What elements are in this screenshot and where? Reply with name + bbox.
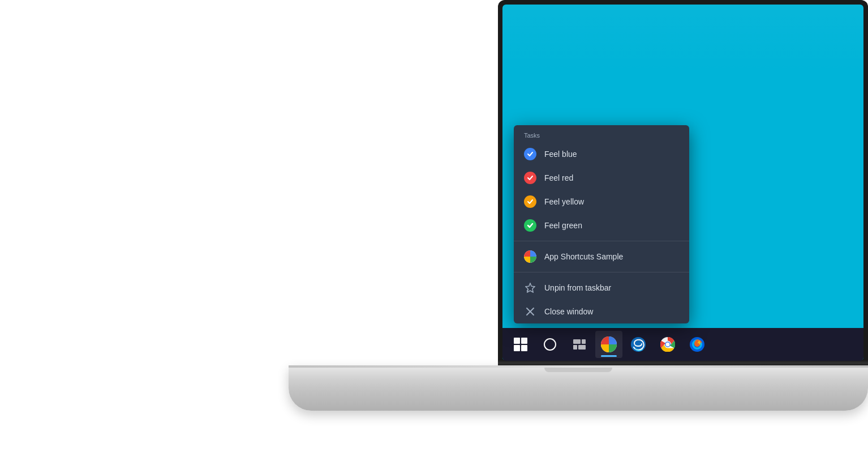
search-circle-icon: [544, 338, 556, 351]
feel-yellow-icon: [524, 195, 536, 208]
screen-area: Tasks Feel blue Feel red: [502, 5, 863, 361]
laptop-base: [289, 365, 868, 411]
feel-red-icon: [524, 172, 536, 184]
svg-line-1: [527, 289, 528, 291]
taskbar-icon-edge[interactable]: [625, 331, 652, 358]
jump-list-item-feel-blue[interactable]: Feel blue: [514, 142, 689, 166]
app-shortcuts-label: App Shortcuts Sample: [544, 252, 623, 261]
unpin-label: Unpin from taskbar: [544, 283, 611, 292]
active-indicator: [601, 355, 617, 357]
feel-green-icon: [524, 219, 536, 232]
taskbar-icon-firefox[interactable]: [684, 331, 711, 358]
feel-red-label: Feel red: [544, 173, 573, 182]
taskbar-icon-taskview[interactable]: [566, 331, 593, 358]
feel-green-label: Feel green: [544, 221, 582, 230]
jump-list-item-feel-yellow[interactable]: Feel yellow: [514, 190, 689, 214]
taskbar-icon-start[interactable]: [507, 331, 534, 358]
taskbar-icon-app-shortcuts[interactable]: [595, 331, 622, 358]
jump-list-item-app-shortcuts[interactable]: App Shortcuts Sample: [514, 245, 689, 269]
edge-browser-icon: [631, 337, 646, 352]
jump-list-divider-1: [514, 241, 689, 241]
jump-list-item-unpin[interactable]: Unpin from taskbar: [514, 276, 689, 300]
app-shortcuts-icon: [524, 250, 536, 263]
svg-point-8: [666, 343, 670, 347]
windows-logo-icon: [514, 338, 527, 351]
taskbar: [502, 328, 863, 361]
jump-list-section-label: Tasks: [514, 125, 689, 142]
feel-yellow-label: Feel yellow: [544, 197, 584, 206]
chrome-browser-icon: [660, 337, 675, 352]
app-shortcuts-taskbar-icon: [601, 336, 617, 352]
firefox-browser-icon: [690, 337, 704, 352]
laptop-screen-frame: Tasks Feel blue Feel red: [498, 0, 868, 365]
feel-blue-icon: [524, 148, 536, 160]
taskbar-icon-search[interactable]: [536, 331, 564, 358]
jump-list-item-feel-red[interactable]: Feel red: [514, 166, 689, 190]
jump-list-menu: Tasks Feel blue Feel red: [514, 125, 689, 323]
jump-list-item-close[interactable]: Close window: [514, 300, 689, 323]
close-window-label: Close window: [544, 307, 593, 316]
taskbar-icon-chrome[interactable]: [654, 331, 681, 358]
jump-list-item-feel-green[interactable]: Feel green: [514, 214, 689, 237]
close-window-icon: [524, 305, 536, 318]
unpin-icon: [524, 282, 536, 294]
jump-list-divider-2: [514, 272, 689, 272]
snap-layout-icon: [573, 339, 586, 350]
feel-blue-label: Feel blue: [544, 150, 577, 159]
